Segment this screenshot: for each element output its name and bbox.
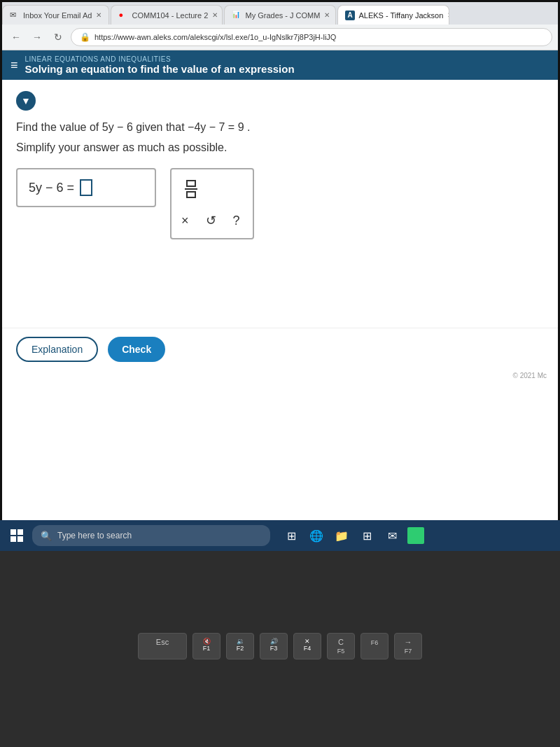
- taskbar-icons: ⊞ 🌐 📁 ⊞ ✉: [281, 526, 424, 545]
- mail-icon[interactable]: ✉: [382, 526, 402, 545]
- tab-comm104-favicon: ●: [118, 11, 128, 20]
- green-icon[interactable]: [407, 527, 424, 544]
- help-key[interactable]: ?: [230, 211, 243, 231]
- files-icon[interactable]: 📁: [332, 526, 351, 545]
- tab-aleks[interactable]: A ALEKS - Tiffany Jackson ✕: [337, 5, 449, 25]
- edge-icon[interactable]: 🌐: [307, 526, 326, 545]
- spacer-area: [2, 272, 558, 328]
- answer-area: 5y − 6 =: [16, 168, 544, 239]
- fraction-line-icon: [185, 188, 197, 190]
- screen: ✉ Inbox Your Email Ad ✕ ● COMM104 - Lect…: [0, 0, 560, 532]
- problem-line1: Find the value of 5y − 6 given that −4y …: [16, 119, 544, 136]
- url-text: https://www-awn.aleks.com/alekscgi/x/lsl…: [94, 33, 336, 41]
- explanation-button[interactable]: Explanation: [16, 337, 98, 362]
- header-content: LINEAR EQUATIONS AND INEQUALITIES Solvin…: [25, 55, 550, 75]
- search-placeholder-text: Type here to search: [57, 531, 132, 540]
- undo-key[interactable]: ↺: [203, 210, 219, 231]
- back-button[interactable]: ←: [8, 29, 24, 46]
- equation-box[interactable]: 5y − 6 =: [16, 168, 156, 207]
- aleks-header: ≡ LINEAR EQUATIONS AND INEQUALITIES Solv…: [2, 50, 558, 80]
- tab-email[interactable]: ✉ Inbox Your Email Ad ✕: [2, 5, 109, 25]
- math-keyboard: × ↺ ?: [170, 168, 254, 239]
- tab-email-favicon: ✉: [10, 11, 20, 20]
- tab-email-close[interactable]: ✕: [96, 11, 102, 19]
- f2-key[interactable]: 🔉F2: [226, 633, 254, 659]
- reload-button[interactable]: ↻: [50, 29, 66, 46]
- tab-comm104-label: COMM104 - Lecture 2: [132, 11, 208, 20]
- fraction-numerator-icon: [186, 180, 196, 187]
- chevron-down-icon: ▼: [21, 95, 31, 106]
- multiply-key[interactable]: ×: [178, 211, 192, 231]
- tab-aleks-close[interactable]: ✕: [447, 11, 449, 19]
- keyboard-row-1: Esc 🔇F1 🔉F2 🔊F3 ✕F4 CF5 F6 →F7: [138, 633, 422, 659]
- browser-chrome: ✉ Inbox Your Email Ad ✕ ● COMM104 - Lect…: [2, 2, 558, 50]
- taskbar-search[interactable]: 🔍 Type here to search: [32, 525, 270, 546]
- tab-grades-close[interactable]: ✕: [324, 11, 330, 19]
- address-bar[interactable]: 🔒 https://www-awn.aleks.com/alekscgi/x/l…: [71, 28, 552, 46]
- tab-email-label: Inbox Your Email Ad: [23, 11, 92, 20]
- keyboard-area: Esc 🔇F1 🔉F2 🔊F3 ✕F4 CF5 F6 →F7: [0, 551, 560, 747]
- tab-grades-favicon: 📊: [232, 11, 241, 20]
- esc-key[interactable]: Esc: [138, 633, 187, 659]
- math-key-row: × ↺ ?: [178, 210, 246, 231]
- hamburger-icon[interactable]: ≡: [10, 58, 18, 73]
- check-button[interactable]: Check: [108, 337, 165, 362]
- fraction-symbol-icon: [185, 180, 197, 198]
- f1-key[interactable]: 🔇F1: [192, 633, 220, 659]
- tab-comm104-close[interactable]: ✕: [212, 11, 218, 19]
- lock-icon: 🔒: [80, 32, 90, 42]
- search-icon: 🔍: [41, 531, 52, 541]
- content-wrapper: ▼ Find the value of 5y − 6 given that −4…: [2, 80, 558, 272]
- start-button[interactable]: [6, 524, 28, 547]
- tab-aleks-label: ALEKS - Tiffany Jackson: [358, 11, 443, 20]
- tab-bar: ✉ Inbox Your Email Ad ✕ ● COMM104 - Lect…: [2, 2, 558, 25]
- windows-logo-icon: [10, 529, 23, 542]
- answer-input-cursor[interactable]: [80, 179, 92, 196]
- main-content: ▼ Find the value of 5y − 6 given that −4…: [2, 80, 558, 530]
- forward-button[interactable]: →: [29, 29, 46, 46]
- store-icon[interactable]: ⊞: [357, 526, 377, 545]
- bottom-buttons: Explanation Check: [2, 328, 558, 370]
- laptop-body: ✉ Inbox Your Email Ad ✕ ● COMM104 - Lect…: [0, 0, 560, 747]
- f5-key[interactable]: CF5: [327, 633, 355, 659]
- fraction-denominator-icon: [186, 191, 196, 198]
- fraction-button[interactable]: [178, 176, 204, 202]
- tab-grades-label: My Grades - J COMM: [245, 11, 320, 20]
- taskbar: 🔍 Type here to search ⊞ 🌐 📁 ⊞ ✉: [0, 520, 560, 551]
- header-subtitle: LINEAR EQUATIONS AND INEQUALITIES: [25, 55, 550, 63]
- f7-key[interactable]: →F7: [394, 633, 422, 659]
- copyright-text: © 2021 Mc: [2, 370, 558, 381]
- collapse-button[interactable]: ▼: [16, 91, 36, 111]
- problem-line2: Simplify your answer as much as possible…: [16, 141, 544, 154]
- f3-key[interactable]: 🔊F3: [260, 633, 288, 659]
- f4-key[interactable]: ✕F4: [293, 633, 321, 659]
- address-bar-row: ← → ↻ 🔒 https://www-awn.aleks.com/aleksc…: [2, 25, 558, 50]
- tab-comm104[interactable]: ● COMM104 - Lecture 2 ✕: [111, 5, 223, 25]
- taskview-icon[interactable]: ⊞: [281, 526, 301, 545]
- equation-text: 5y − 6 =: [29, 181, 74, 195]
- header-title: Solving an equation to find the value of…: [25, 63, 550, 75]
- tab-grades[interactable]: 📊 My Grades - J COMM ✕: [224, 5, 336, 25]
- f6-key[interactable]: F6: [360, 633, 388, 659]
- tab-aleks-favicon: A: [345, 11, 355, 20]
